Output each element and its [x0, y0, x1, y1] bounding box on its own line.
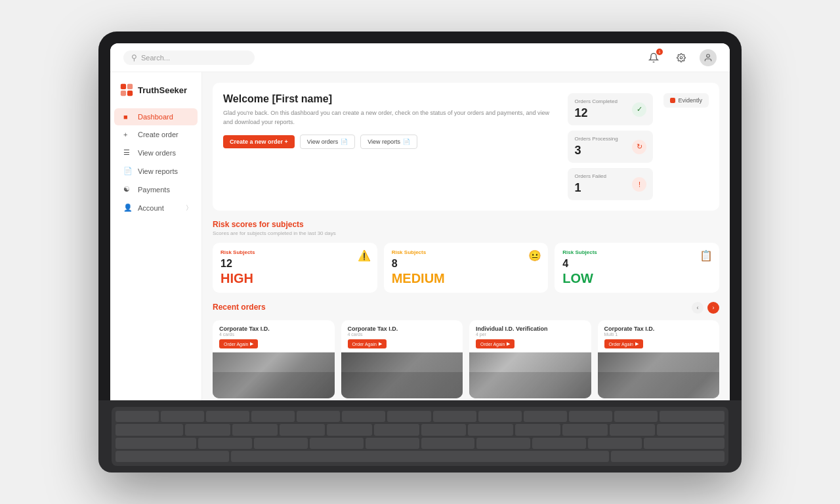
- nav-label-create-order: Create order: [138, 131, 178, 138]
- order-again-button-3[interactable]: Order Again ▶: [476, 339, 514, 348]
- logo-icon: [119, 83, 134, 97]
- logo-text: TruthSeeker: [138, 85, 187, 95]
- key: [206, 411, 249, 422]
- completed-status-icon: ✓: [632, 102, 646, 117]
- evidently-badge: Evidently: [663, 93, 709, 108]
- svg-rect-5: [127, 91, 133, 96]
- key: [161, 411, 204, 422]
- sidebar-item-account[interactable]: 👤 Account 〉: [114, 199, 198, 217]
- user-avatar[interactable]: [700, 49, 717, 66]
- order-3-thumbnail: [469, 352, 591, 398]
- view-orders-icon: ☰: [123, 148, 133, 157]
- create-order-icon: +: [123, 131, 133, 138]
- welcome-description: Glad you're back. On this dashboard you …: [223, 109, 557, 127]
- orders-failed-label: Orders Failed: [574, 173, 606, 179]
- sidebar-item-payments[interactable]: ☯ Payments: [114, 180, 198, 198]
- logo: TruthSeeker: [110, 83, 201, 108]
- key: [116, 438, 196, 449]
- orders-processing-card: Orders Processing 3 ↻: [568, 131, 653, 163]
- high-risk-number: 12: [220, 258, 369, 270]
- order-again-button-2[interactable]: Order Again ▶: [348, 339, 387, 348]
- orders-failed-card: Orders Failed 1 !: [568, 168, 653, 200]
- account-icon: 👤: [123, 203, 133, 212]
- order-3-image: [469, 352, 591, 398]
- order-card-3-top: Individual I.D. Verification 4 per Order…: [469, 320, 591, 352]
- order-1-thumbnail: [213, 352, 335, 398]
- nav-label-account: Account: [138, 204, 164, 212]
- order-4-type: Corporate Tax I.D.: [604, 326, 713, 332]
- keyboard-keys: [112, 407, 728, 466]
- spacebar-key: [231, 451, 609, 462]
- order-3-type: Individual I.D. Verification: [476, 326, 585, 332]
- evidently-label: Evidently: [678, 97, 702, 104]
- view-reports-button[interactable]: View reports 📄: [360, 135, 417, 149]
- low-risk-label: Risk Subjects: [562, 249, 711, 255]
- medium-risk-icon: 😐: [528, 249, 541, 262]
- nav-label-view-reports: View reports: [138, 167, 178, 175]
- sidebar-item-dashboard[interactable]: ■ Dashboard: [114, 108, 198, 125]
- nav-label-payments: Payments: [138, 186, 170, 194]
- order-4-thumbnail: [598, 352, 720, 398]
- recent-orders-title: Recent orders: [213, 303, 266, 312]
- risk-cards: Risk Subjects 12 HIGH ⚠️ Risk Subjects 8…: [213, 243, 719, 293]
- svg-rect-2: [121, 84, 126, 89]
- order-card-1-top: Corporate Tax I.D. 4 cards Order Again ▶: [213, 320, 335, 352]
- order-again-button-1[interactable]: Order Again ▶: [219, 339, 258, 348]
- key: [387, 411, 430, 422]
- next-orders-button[interactable]: ›: [707, 302, 719, 314]
- high-risk-label: Risk Subjects: [220, 249, 369, 255]
- order-again-button-4[interactable]: Order Again ▶: [604, 339, 643, 348]
- orders-failed-value: 1: [574, 181, 606, 195]
- welcome-section: Welcome [First name] Glad you're back. O…: [223, 93, 557, 149]
- view-reports-icon: 📄: [123, 167, 133, 175]
- key: [515, 424, 560, 435]
- key: [478, 411, 522, 422]
- key: [433, 411, 476, 422]
- order-1-image: [213, 352, 335, 398]
- order-3-meta: 4 per: [476, 332, 585, 337]
- high-risk-icon: ⚠️: [358, 249, 371, 262]
- top-bar-actions: 1: [644, 49, 717, 67]
- notification-badge: 1: [656, 49, 663, 55]
- evidently-dot-icon: [670, 98, 675, 103]
- notification-button[interactable]: 1: [644, 49, 663, 67]
- order-2-meta: 4 cards: [348, 332, 457, 337]
- order-4-image: [598, 352, 720, 398]
- medium-risk-word: MEDIUM: [392, 271, 541, 286]
- high-risk-word: HIGH: [220, 271, 369, 286]
- create-order-button[interactable]: Create a new order +: [223, 135, 295, 148]
- orders-completed-label: Orders Completed: [574, 98, 617, 104]
- key: [280, 424, 325, 435]
- key: [254, 438, 308, 449]
- key: [657, 424, 724, 435]
- key: [569, 411, 612, 422]
- prev-orders-button[interactable]: ‹: [692, 302, 704, 314]
- order-card-3: Individual I.D. Verification 4 per Order…: [469, 320, 591, 398]
- sidebar: TruthSeeker ■ Dashboard + Create order ☰…: [110, 72, 202, 400]
- recent-orders-section: Recent orders ‹ › Corporate Tax I.D. 4 c…: [213, 302, 719, 398]
- failed-status-icon: !: [632, 177, 646, 192]
- payments-icon: ☯: [123, 185, 133, 194]
- welcome-card: Welcome [First name] Glad you're back. O…: [213, 83, 719, 211]
- order-card-1: Corporate Tax I.D. 4 cards Order Again ▶: [213, 320, 335, 398]
- orders-completed-card: Orders Completed 12 ✓: [568, 93, 653, 125]
- sidebar-item-view-reports[interactable]: 📄 View reports: [114, 162, 198, 180]
- risk-section-title: Risk scores for subjects: [213, 220, 719, 229]
- order-2-image: [341, 352, 463, 398]
- key: [524, 411, 567, 422]
- search-container[interactable]: ⚲ Search...: [123, 51, 255, 65]
- key: [116, 411, 159, 422]
- sidebar-item-view-orders[interactable]: ☰ View orders: [114, 144, 198, 161]
- order-card-2-top: Corporate Tax I.D. 4 cards Order Again ▶: [341, 320, 463, 352]
- orders-completed-value: 12: [574, 106, 617, 120]
- key: [310, 438, 364, 449]
- key: [611, 451, 724, 462]
- svg-rect-3: [127, 84, 133, 89]
- sidebar-item-create-order[interactable]: + Create order: [114, 126, 198, 143]
- settings-button[interactable]: [672, 49, 690, 67]
- view-orders-button[interactable]: View orders 📄: [300, 135, 355, 149]
- key: [562, 424, 608, 435]
- key: [342, 411, 385, 422]
- order-1-meta: 4 cards: [219, 332, 328, 337]
- key: [116, 451, 229, 462]
